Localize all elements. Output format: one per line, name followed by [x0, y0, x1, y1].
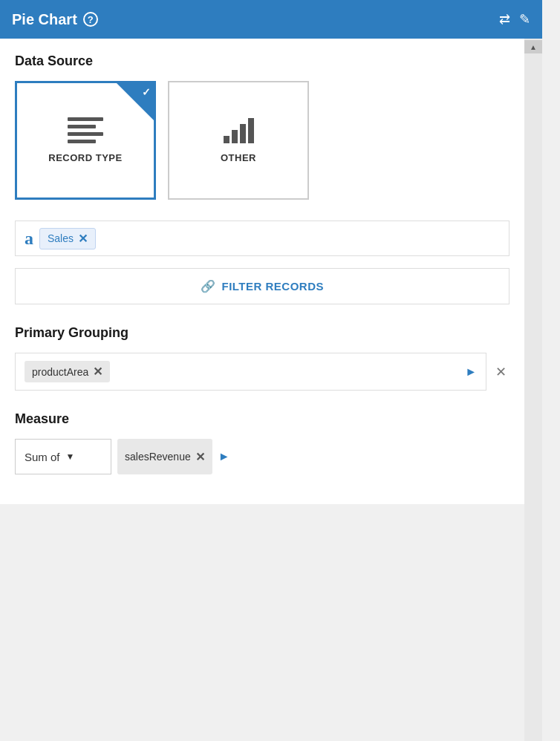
record-type-icon — [68, 117, 103, 143]
record-line-1 — [68, 117, 103, 121]
sales-revenue-label: salesRevenue — [125, 451, 191, 463]
sum-of-select[interactable]: Sum of ▼ — [15, 439, 111, 474]
panel-title: Pie Chart — [12, 11, 77, 28]
data-source-title: Data Source — [15, 53, 509, 69]
header-left: Pie Chart ? — [12, 11, 98, 28]
sales-revenue-tag[interactable]: salesRevenue ✕ — [117, 439, 212, 474]
edit-icon[interactable]: ✎ — [519, 11, 530, 27]
grouping-row-close[interactable]: ✕ — [492, 364, 509, 380]
data-source-cards: ✓ RECORD TYPE — [15, 81, 509, 200]
other-card-icon — [224, 118, 254, 143]
scrollbar-track: ▲ — [524, 39, 542, 741]
header-actions: ⇄ ✎ — [499, 11, 530, 27]
grouping-arrow-right[interactable]: ► — [465, 365, 477, 379]
sales-tag-close[interactable]: ✕ — [78, 232, 88, 246]
panel-header: Pie Chart ? ⇄ ✎ — [0, 0, 542, 39]
bar-1 — [224, 136, 229, 143]
measure-section: Measure Sum of ▼ salesRevenue ✕ ► — [15, 411, 509, 474]
switch-icon[interactable]: ⇄ — [499, 11, 510, 27]
measure-title: Measure — [15, 411, 509, 427]
product-area-close[interactable]: ✕ — [93, 365, 102, 379]
bar-2 — [232, 130, 238, 143]
filter-records-button[interactable]: 🔗 FILTER RECORDS — [15, 268, 509, 304]
sales-revenue-close[interactable]: ✕ — [195, 450, 205, 464]
other-card-label: OTHER — [221, 152, 256, 163]
sales-tag[interactable]: Sales ✕ — [39, 228, 96, 249]
product-area-tag[interactable]: productArea ✕ — [25, 361, 110, 382]
record-line-4 — [68, 140, 96, 143]
help-icon[interactable]: ? — [83, 12, 98, 27]
data-source-section: Data Source ✓ RECORD — [15, 53, 509, 200]
filter-records-label: FILTER RECORDS — [221, 280, 324, 293]
other-card[interactable]: OTHER — [168, 81, 309, 200]
pie-chart-panel: Pie Chart ? ⇄ ✎ Data Source — [0, 0, 542, 504]
record-type-card[interactable]: ✓ RECORD TYPE — [15, 81, 156, 200]
record-line-3 — [68, 132, 103, 136]
product-area-label: productArea — [32, 366, 88, 378]
sum-of-label: Sum of — [25, 451, 60, 463]
sales-tag-label: Sales — [48, 232, 74, 244]
external-link-icon: 🔗 — [201, 279, 216, 293]
record-line-2 — [68, 125, 96, 128]
card-check-mark: ✓ — [142, 86, 151, 98]
sum-of-dropdown-arrow: ▼ — [66, 451, 75, 462]
grouping-field-row: productArea ✕ ► — [15, 353, 486, 391]
bar-4 — [248, 118, 254, 143]
measure-arrow-right[interactable]: ► — [218, 450, 230, 463]
measure-row: Sum of ▼ salesRevenue ✕ ► — [15, 439, 509, 474]
salesforce-icon: a — [25, 229, 33, 249]
filter-row: a Sales ✕ — [15, 221, 509, 256]
primary-grouping-title: Primary Grouping — [15, 325, 509, 341]
scrollbar-up-arrow[interactable]: ▲ — [524, 40, 542, 53]
panel-body: Data Source ✓ RECORD — [0, 39, 524, 504]
primary-grouping-section: Primary Grouping productArea ✕ ► ✕ — [15, 325, 509, 391]
bar-3 — [240, 124, 246, 143]
record-type-label: RECORD TYPE — [48, 152, 122, 163]
